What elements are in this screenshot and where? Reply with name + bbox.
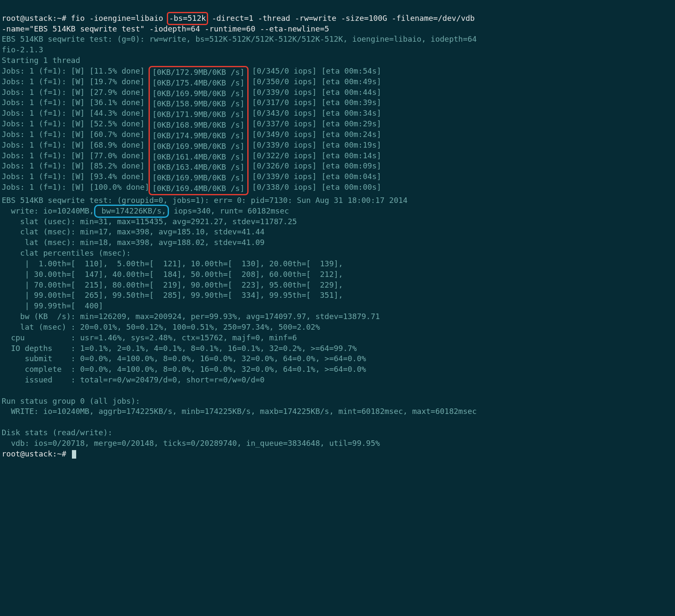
write-summary-line: WRITE: io=10240MB, aggrb=174225KB/s, min… — [2, 407, 477, 416]
fio-command-part-b: -direct=1 -thread -rw=write -size=100G -… — [207, 14, 475, 23]
slat-line: slat (usec): min=31, max=115435, avg=292… — [2, 217, 297, 226]
jobs-right-col: [0/345/0 iops] [eta 00m:54s] [0/350/0 io… — [248, 66, 381, 193]
highlight-bs-arg: -bs=512k — [167, 12, 208, 25]
issued-line: issued : total=r=0/w=20479/d=0, short=r=… — [2, 375, 265, 384]
write-line-a: write: io=10240MB, — [2, 206, 94, 215]
highlight-bandwidth: bw=174226KB/s, — [94, 205, 169, 218]
fio-command-part-a: fio -ioengine=libaio — [71, 14, 168, 23]
prompt-sep: :~# — [52, 14, 71, 23]
lat-line: lat (msec): min=18, max=398, avg=188.02,… — [2, 238, 265, 247]
cpu-line: cpu : usr=1.46%, sys=2.48%, ctx=15762, m… — [2, 333, 297, 342]
lat-dist-line: lat (msec) : 20=0.01%, 50=0.12%, 100=0.5… — [2, 322, 320, 331]
percentiles-header: clat percentiles (msec): — [2, 248, 131, 257]
percentile-row: | 30.00th=[ 147], 40.00th=[ 184], 50.00t… — [2, 270, 343, 279]
io-depths-line: IO depths : 1=0.1%, 2=0.1%, 4=0.1%, 8=0.… — [2, 344, 357, 353]
highlight-throughput-column: [0KB/172.9MB/0KB /s] [0KB/175.4MB/0KB /s… — [149, 66, 249, 195]
percentile-row: | 1.00th=[ 110], 5.00th=[ 121], 10.00th=… — [2, 259, 343, 268]
percentile-row: | 70.00th=[ 215], 80.00th=[ 219], 90.00t… — [2, 280, 343, 289]
prompt-user: root@ustack — [2, 449, 52, 458]
output-header-3: Starting 1 thread — [2, 56, 80, 65]
result-header: EBS 514KB seqwrite test: (groupid=0, job… — [2, 196, 408, 205]
vdb-line: vdb: ios=0/20718, merge=0/20148, ticks=0… — [2, 439, 380, 448]
output-header-2: fio-2.1.3 — [2, 45, 43, 54]
output-header-1: EBS 514KB seqwrite test: (g=0): rw=write… — [2, 34, 477, 43]
prompt-user: root@ustack — [2, 14, 52, 23]
bw-line: bw (KB /s): min=126209, max=200924, per=… — [2, 312, 380, 321]
percentile-row: | 99.99th=[ 400] — [2, 301, 103, 310]
complete-line: complete : 0=0.0%, 4=100.0%, 8=0.0%, 16=… — [2, 365, 366, 374]
jobs-left-col: Jobs: 1 (f=1): [W] [11.5% done] Jobs: 1 … — [2, 66, 149, 193]
clat-line: clat (msec): min=17, max=398, avg=185.10… — [2, 227, 265, 236]
prompt-sep: :~# — [52, 449, 71, 458]
cursor-icon — [72, 450, 76, 459]
write-line-b: iops=340, runt= 60182msec — [169, 206, 289, 215]
jobs-progress-block: Jobs: 1 (f=1): [W] [11.5% done] Jobs: 1 … — [2, 66, 673, 195]
percentile-row: | 99.00th=[ 265], 99.50th=[ 285], 99.90t… — [2, 291, 343, 299]
disk-stats-header: Disk stats (read/write): — [2, 428, 112, 437]
submit-line: submit : 0=0.0%, 4=100.0%, 8=0.0%, 16=0.… — [2, 354, 366, 363]
run-status-header: Run status group 0 (all jobs): — [2, 396, 140, 405]
fio-command-line2: -name="EBS 514KB seqwrite test" -iodepth… — [2, 24, 329, 33]
terminal-output[interactable]: root@ustack:~# fio -ioengine=libaio -bs=… — [0, 0, 675, 461]
